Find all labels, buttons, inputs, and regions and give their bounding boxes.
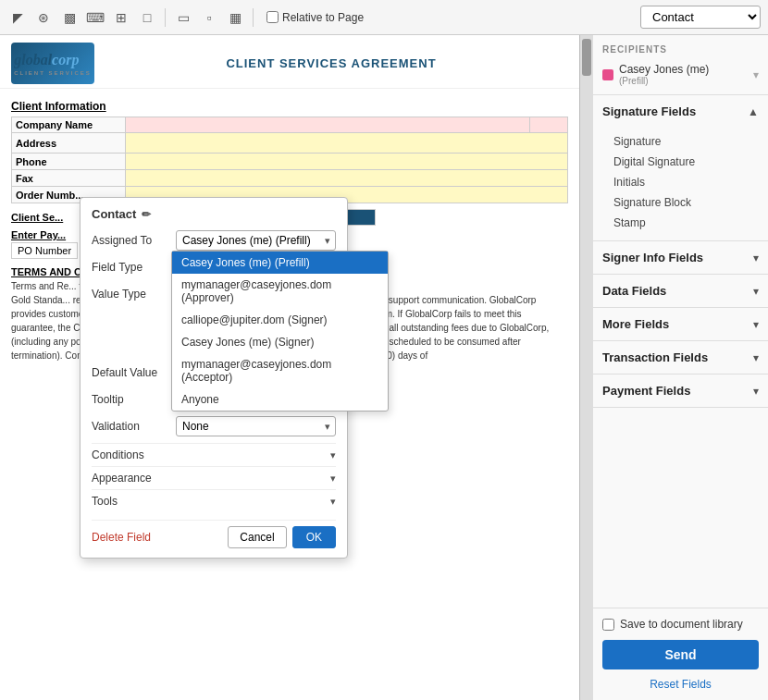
relative-to-page-label: Relative to Page: [282, 11, 364, 24]
payment-fields-header[interactable]: Payment Fields ▾: [593, 375, 768, 407]
right-panel: RECIPIENTS Casey Jones (me) (Prefill) ▾ …: [592, 35, 768, 700]
transaction-fields-title: Transaction Fields: [602, 350, 708, 364]
transaction-fields-section: Transaction Fields ▾: [593, 341, 768, 375]
delete-field-button[interactable]: Delete Field: [92, 527, 151, 547]
sig-item-initials[interactable]: Initials: [608, 172, 759, 192]
dropdown-item-casey-prefill[interactable]: Casey Jones (me) (Prefill): [172, 252, 388, 274]
value-type-label: Value Type: [92, 288, 170, 301]
table-row: Company Name: [12, 117, 568, 133]
send-button[interactable]: Send: [602, 640, 759, 669]
phone-label: Phone: [12, 154, 126, 170]
client-se-label: Client Se...: [11, 212, 63, 223]
phone-value: [125, 154, 567, 170]
recipient-left: Casey Jones (me) (Prefill): [602, 63, 709, 86]
dropdown-item-mymanager-acceptor[interactable]: mymanager@caseyjones.dom (Acceptor): [172, 353, 388, 388]
signature-fields-chevron: ▲: [748, 105, 759, 118]
more-fields-header[interactable]: More Fields ▾: [593, 308, 768, 340]
client-info-title: Client Information: [11, 100, 568, 113]
recipient-item[interactable]: Casey Jones (me) (Prefill) ▾: [602, 60, 759, 89]
cancel-button[interactable]: Cancel: [228, 526, 286, 548]
tools-chevron: ▾: [330, 496, 336, 508]
toolbar-icon-2[interactable]: ⊛: [33, 7, 54, 28]
conditions-section[interactable]: Conditions ▾: [92, 443, 336, 466]
signer-info-title: Signer Info Fields: [602, 251, 703, 264]
sig-item-digital[interactable]: Digital Signature: [608, 152, 759, 172]
assigned-to-label: Assigned To: [92, 234, 170, 247]
signer-info-header[interactable]: Signer Info Fields ▾: [593, 241, 768, 274]
relative-to-page-container: Relative to Page: [266, 11, 364, 24]
field-popup-title: Contact ✏: [92, 207, 336, 221]
data-fields-header[interactable]: Data Fields ▾: [593, 275, 768, 307]
default-value-label: Default Value: [92, 366, 170, 379]
table-row: Fax: [12, 170, 568, 187]
toolbar-icon-8[interactable]: ▫: [199, 7, 219, 28]
data-fields-chevron: ▾: [753, 285, 759, 298]
po-number-label: PO Number: [11, 242, 78, 259]
popup-footer: Delete Field Cancel OK: [92, 520, 336, 548]
appearance-section[interactable]: Appearance ▾: [92, 466, 336, 489]
relative-to-page-checkbox[interactable]: [266, 11, 279, 23]
reset-fields-button[interactable]: Reset Fields: [602, 678, 759, 691]
save-library-text: Save to document library: [620, 618, 743, 631]
recipient-info: Casey Jones (me) (Prefill): [619, 63, 709, 86]
assigned-to-wrapper: Casey Jones (me) (Prefill): [176, 230, 336, 251]
transaction-fields-header[interactable]: Transaction Fields ▾: [593, 341, 768, 374]
edit-icon[interactable]: ✏: [142, 208, 151, 221]
transaction-fields-chevron: ▾: [753, 351, 759, 364]
tools-label: Tools: [92, 495, 118, 508]
signer-info-chevron: ▾: [753, 252, 759, 264]
validation-select[interactable]: None: [176, 416, 336, 436]
dropdown-item-anyone[interactable]: Anyone: [172, 388, 388, 411]
data-fields-title: Data Fields: [602, 284, 666, 298]
more-fields-section: More Fields ▾: [593, 308, 768, 341]
dropdown-item-casey-signer[interactable]: Casey Jones (me) (Signer): [172, 331, 388, 353]
save-library-row: Save to document library: [602, 618, 759, 631]
dropdown-item-calliope-signer[interactable]: calliope@jupiter.dom (Signer): [172, 309, 388, 331]
toolbar-icon-1[interactable]: ◤: [7, 7, 28, 28]
bottom-actions: Save to document library Send Reset Fiel…: [593, 608, 768, 700]
sig-item-stamp[interactable]: Stamp: [608, 213, 759, 233]
toolbar-icon-9[interactable]: ▦: [225, 7, 245, 28]
validation-wrapper: None: [176, 416, 336, 436]
signature-fields-header[interactable]: Signature Fields ▲: [593, 95, 768, 128]
toolbar-separator-2: [253, 8, 254, 27]
recipients-section: RECIPIENTS Casey Jones (me) (Prefill) ▾: [593, 35, 768, 95]
recipient-chevron: ▾: [753, 68, 759, 81]
tools-section[interactable]: Tools ▾: [92, 489, 336, 512]
assigned-to-row: Assigned To Casey Jones (me) (Prefill): [92, 230, 336, 251]
sig-item-signature[interactable]: Signature: [608, 131, 759, 152]
signature-fields-title: Signature Fields: [602, 104, 696, 118]
data-fields-section: Data Fields ▾: [593, 275, 768, 308]
assigned-to-select[interactable]: Casey Jones (me) (Prefill): [176, 230, 336, 251]
toolbar-icon-5[interactable]: ⊞: [111, 7, 131, 28]
scrollbar-thumb: [582, 39, 591, 76]
sig-item-block[interactable]: Signature Block: [608, 192, 759, 213]
document-scrollbar[interactable]: [579, 35, 592, 700]
company-name-flag: [530, 117, 568, 133]
table-row: Phone: [12, 154, 568, 170]
signer-info-section: Signer Info Fields ▾: [593, 241, 768, 275]
save-library-checkbox[interactable]: [602, 619, 614, 631]
toolbar-icon-6[interactable]: □: [137, 7, 157, 28]
toolbar-icon-7[interactable]: ▭: [173, 7, 193, 28]
conditions-label: Conditions: [92, 448, 144, 461]
main-area: globalcorp CLIENT SERVICES CLIENT SERVIC…: [0, 35, 768, 700]
table-row: Address: [12, 133, 568, 154]
dropdown-item-mymanager-approver[interactable]: mymanager@caseyjones.dom (Approver): [172, 274, 388, 309]
document-header: globalcorp CLIENT SERVICES CLIENT SERVIC…: [0, 35, 579, 89]
contact-dropdown-wrapper: Contact: [631, 6, 761, 29]
contact-dropdown[interactable]: Contact: [640, 6, 761, 29]
signature-fields-section: Signature Fields ▲ Signature Digital Sig…: [593, 95, 768, 241]
popup-btn-group: Cancel OK: [228, 526, 336, 548]
recipient-role: (Prefill): [619, 76, 709, 86]
toolbar: ◤ ⊛ ▩ ⌨ ⊞ □ ▭ ▫ ▦ Relative to Page Conta…: [0, 0, 768, 35]
toolbar-separator-1: [165, 8, 166, 27]
fax-label: Fax: [12, 170, 126, 187]
document-area: globalcorp CLIENT SERVICES CLIENT SERVIC…: [0, 35, 592, 700]
toolbar-icon-4[interactable]: ⌨: [85, 7, 105, 28]
address-value: [125, 133, 567, 154]
toolbar-icon-3[interactable]: ▩: [59, 7, 80, 28]
company-name-value: [125, 117, 529, 133]
ok-button[interactable]: OK: [292, 526, 336, 548]
appearance-chevron: ▾: [330, 473, 336, 485]
